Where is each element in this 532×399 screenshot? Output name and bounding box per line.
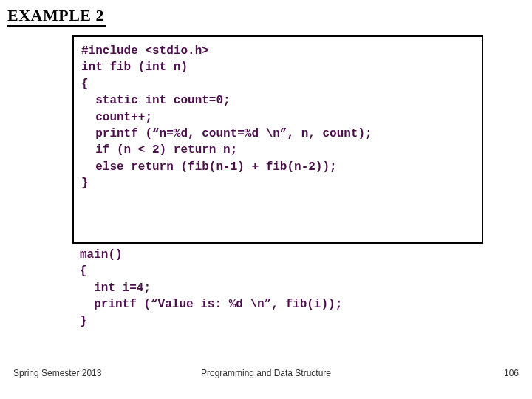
code-line: else return (fib(n-1) + fib(n-2));: [81, 159, 474, 175]
code-line: static int count=0;: [81, 92, 474, 109]
page-number: 106: [504, 368, 519, 378]
code-line: printf (“Value is: %d \n”, fib(i));: [80, 296, 476, 313]
code-bottom: main() { int i=4; printf (“Value is: %d …: [72, 245, 483, 331]
code-line: {: [80, 263, 476, 279]
code-line: }: [80, 313, 476, 330]
code-line: {: [81, 76, 474, 92]
slide-title: EXAMPLE 2: [7, 6, 104, 25]
code-line: if (n < 2) return n;: [81, 142, 474, 158]
code-line: printf (“n=%d, count=%d \n”, n, count);: [81, 126, 474, 142]
code-line: int i=4;: [80, 280, 476, 296]
footer-center: Programming and Data Structure: [0, 368, 532, 378]
code-box: #include <stdio.h> int fib (int n) { sta…: [72, 35, 483, 244]
code-line: main(): [80, 247, 476, 263]
code-line: #include <stdio.h>: [81, 43, 474, 59]
code-line: }: [81, 175, 474, 191]
code-line: int fib (int n): [81, 59, 474, 75]
title-underline: [7, 25, 106, 27]
code-line: count++;: [81, 109, 474, 126]
